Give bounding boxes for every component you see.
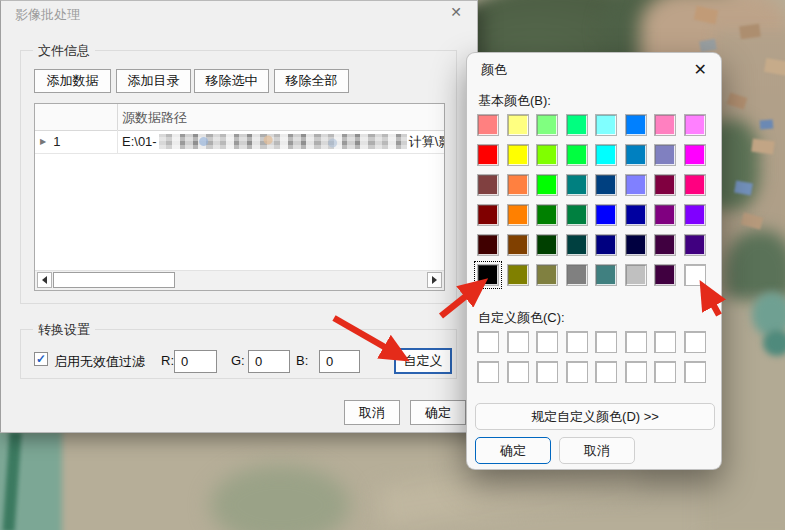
custom-color-swatch[interactable]: [654, 331, 676, 353]
basic-color-swatch-selected[interactable]: [477, 264, 499, 286]
basic-color-swatch[interactable]: [536, 174, 558, 196]
r-label: R:: [161, 353, 174, 368]
basic-color-swatch[interactable]: [477, 234, 499, 256]
custom-color-swatch[interactable]: [595, 361, 617, 383]
custom-color-swatch[interactable]: [595, 331, 617, 353]
basic-color-swatch[interactable]: [654, 114, 676, 136]
invalid-value-filter-checkbox[interactable]: ✓: [34, 352, 48, 366]
basic-color-swatch[interactable]: [507, 114, 529, 136]
color-ok-button[interactable]: 确定: [475, 437, 551, 464]
basic-color-swatch[interactable]: [566, 264, 588, 286]
basic-color-swatch[interactable]: [477, 144, 499, 166]
custom-color-swatch[interactable]: [536, 361, 558, 383]
roof-shape: [694, 6, 718, 24]
path-column-header: 源数据路径: [117, 104, 444, 130]
convert-settings-group-label: 转换设置: [33, 322, 95, 337]
basic-color-swatch[interactable]: [684, 204, 706, 226]
roof-shape: [764, 58, 785, 76]
custom-color-swatch[interactable]: [507, 361, 529, 383]
basic-color-swatch[interactable]: [566, 114, 588, 136]
define-custom-colors-button[interactable]: 规定自定义颜色(D) >>: [475, 403, 715, 430]
basic-color-swatch[interactable]: [566, 204, 588, 226]
custom-color-swatch[interactable]: [536, 331, 558, 353]
custom-color-swatch[interactable]: [654, 361, 676, 383]
basic-color-swatch[interactable]: [625, 234, 647, 256]
basic-color-swatch[interactable]: [536, 144, 558, 166]
g-input[interactable]: 0: [248, 350, 290, 373]
checkbox-check-icon: ✓: [36, 353, 46, 365]
ok-button[interactable]: 确定: [410, 400, 466, 425]
add-data-button[interactable]: 添加数据: [34, 69, 111, 93]
basic-color-swatch[interactable]: [684, 144, 706, 166]
basic-color-swatch[interactable]: [595, 234, 617, 256]
basic-color-swatch[interactable]: [595, 204, 617, 226]
custom-color-swatch[interactable]: [684, 331, 706, 353]
basic-color-swatch[interactable]: [477, 174, 499, 196]
basic-colors-grid: [477, 114, 706, 286]
cancel-button[interactable]: 取消: [344, 400, 400, 425]
basic-color-swatch[interactable]: [536, 264, 558, 286]
basic-color-swatch[interactable]: [566, 174, 588, 196]
basic-color-swatch[interactable]: [625, 174, 647, 196]
basic-color-swatch[interactable]: [625, 144, 647, 166]
basic-color-swatch[interactable]: [566, 234, 588, 256]
basic-color-swatch[interactable]: [595, 174, 617, 196]
basic-color-swatch[interactable]: [477, 114, 499, 136]
basic-color-swatch[interactable]: [654, 204, 676, 226]
basic-color-swatch[interactable]: [477, 204, 499, 226]
scroll-right-button[interactable]: [427, 272, 442, 288]
scrollbar-thumb[interactable]: [53, 272, 175, 288]
custom-color-swatch[interactable]: [477, 361, 499, 383]
basic-color-swatch[interactable]: [684, 114, 706, 136]
custom-color-button[interactable]: 自定义: [394, 348, 452, 374]
basic-color-swatch[interactable]: [654, 174, 676, 196]
basic-color-swatch[interactable]: [536, 114, 558, 136]
row-number-column-header: [35, 104, 117, 130]
horizontal-scrollbar[interactable]: [35, 270, 444, 290]
basic-color-swatch[interactable]: [625, 114, 647, 136]
basic-color-swatch[interactable]: [654, 234, 676, 256]
basic-color-swatch[interactable]: [684, 264, 706, 286]
r-input[interactable]: 0: [174, 350, 217, 373]
custom-color-swatch[interactable]: [684, 361, 706, 383]
close-icon[interactable]: ✕: [694, 60, 707, 79]
source-path-cell: E:\01- 计算\影像数: [117, 130, 444, 153]
basic-color-swatch[interactable]: [507, 204, 529, 226]
basic-color-swatch[interactable]: [507, 234, 529, 256]
basic-color-swatch[interactable]: [625, 204, 647, 226]
basic-color-swatch[interactable]: [507, 174, 529, 196]
basic-color-swatch[interactable]: [536, 234, 558, 256]
basic-color-swatch[interactable]: [654, 144, 676, 166]
redacted-path-mosaic: [159, 134, 407, 149]
close-icon[interactable]: ✕: [450, 4, 462, 20]
g-label: G:: [231, 353, 245, 368]
custom-color-swatch[interactable]: [625, 331, 647, 353]
add-directory-button[interactable]: 添加目录: [116, 69, 191, 93]
table-header-row: 源数据路径: [35, 104, 444, 131]
custom-color-swatch[interactable]: [507, 331, 529, 353]
custom-color-swatch[interactable]: [566, 331, 588, 353]
basic-color-swatch[interactable]: [507, 264, 529, 286]
scroll-left-button[interactable]: [37, 272, 52, 288]
basic-color-swatch[interactable]: [625, 264, 647, 286]
basic-color-swatch[interactable]: [595, 144, 617, 166]
custom-color-swatch[interactable]: [625, 361, 647, 383]
roof-shape: [739, 24, 761, 40]
dialog-title: 影像批处理: [15, 6, 80, 24]
basic-color-swatch[interactable]: [654, 264, 676, 286]
b-input[interactable]: 0: [319, 350, 360, 373]
table-row[interactable]: ▶ 1 E:\01- 计算\影像数: [35, 130, 444, 154]
custom-color-swatch[interactable]: [566, 361, 588, 383]
basic-color-swatch[interactable]: [684, 174, 706, 196]
basic-color-swatch[interactable]: [507, 144, 529, 166]
basic-color-swatch[interactable]: [536, 204, 558, 226]
remove-all-button[interactable]: 移除全部: [274, 69, 349, 93]
basic-color-swatch[interactable]: [566, 144, 588, 166]
custom-color-swatch[interactable]: [477, 331, 499, 353]
basic-color-swatch[interactable]: [595, 264, 617, 286]
color-cancel-button[interactable]: 取消: [559, 437, 635, 464]
basic-color-swatch[interactable]: [595, 114, 617, 136]
remove-selected-button[interactable]: 移除选中: [194, 69, 269, 93]
basic-color-swatch[interactable]: [684, 234, 706, 256]
source-data-table[interactable]: 源数据路径 ▶ 1 E:\01- 计算\影像数: [34, 103, 445, 291]
